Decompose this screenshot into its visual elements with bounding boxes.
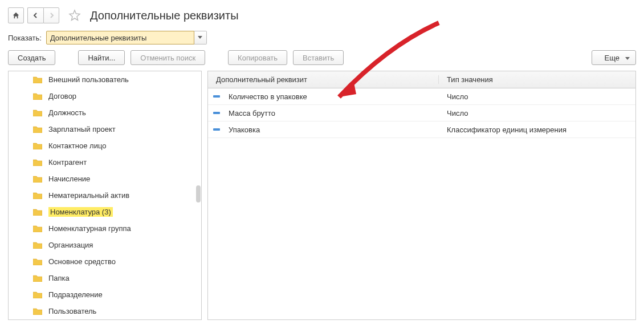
folder-icon xyxy=(32,92,43,100)
paste-button[interactable]: Вставить xyxy=(293,50,344,65)
home-button[interactable] xyxy=(8,7,24,23)
filter-label: Показать: xyxy=(8,34,42,42)
more-button[interactable]: Еще xyxy=(592,50,636,65)
attribute-icon xyxy=(208,95,225,98)
svg-rect-0 xyxy=(213,95,220,98)
row-type: Число xyxy=(439,109,635,118)
column-header-type[interactable]: Тип значения xyxy=(439,75,635,84)
page-title: Дополнительные реквизиты xyxy=(90,9,239,22)
star-icon xyxy=(68,9,81,22)
tree-item[interactable]: Папка xyxy=(9,270,201,286)
more-button-label: Еще xyxy=(605,54,619,62)
folder-icon xyxy=(32,274,43,282)
chevron-down-icon xyxy=(625,54,630,62)
folder-icon xyxy=(32,109,43,116)
chevron-down-icon xyxy=(198,36,202,39)
folder-icon xyxy=(32,76,43,83)
tree-item[interactable]: Номенклатурная группа xyxy=(9,220,201,237)
tree-item[interactable]: Начисление xyxy=(9,171,201,187)
row-name: Количество в упаковке xyxy=(225,92,439,101)
tree-item-label: Подразделение xyxy=(48,290,103,299)
tree-item[interactable]: Пользователь xyxy=(9,303,201,319)
tree-item-label: Договор xyxy=(48,92,76,100)
tree-item[interactable]: Внешний пользователь xyxy=(9,71,201,88)
row-type: Число xyxy=(439,92,635,101)
folder-icon xyxy=(32,258,43,265)
folder-icon xyxy=(32,125,43,133)
row-type: Классификатор единиц измерения xyxy=(439,125,635,134)
back-button[interactable] xyxy=(27,7,43,23)
folder-icon xyxy=(32,291,43,298)
arrow-left-icon xyxy=(32,12,39,19)
folder-icon xyxy=(32,307,43,315)
tree-item[interactable]: Зарплатный проект xyxy=(9,121,201,137)
svg-rect-2 xyxy=(213,128,220,131)
tree-panel[interactable]: Внешний пользовательДоговорДолжностьЗарп… xyxy=(8,71,202,320)
copy-button[interactable]: Копировать xyxy=(228,50,287,65)
find-button[interactable]: Найти... xyxy=(78,50,125,65)
tree-item[interactable]: Контактное лицо xyxy=(9,137,201,154)
tree-item[interactable]: Организация xyxy=(9,237,201,253)
tree-item-label: Зарплатный проект xyxy=(48,125,116,133)
table-panel: Дополнительный реквизит Тип значения Кол… xyxy=(207,71,636,320)
row-name: Масса брутто xyxy=(225,109,439,118)
tree-item-label: Должность xyxy=(48,108,86,117)
tree-item-label: Внешний пользователь xyxy=(48,75,129,84)
table-row[interactable]: Масса бруттоЧисло xyxy=(208,105,635,122)
tree-item[interactable]: Контрагент xyxy=(9,154,201,171)
table-row[interactable]: Количество в упаковкеЧисло xyxy=(208,88,635,105)
folder-icon xyxy=(32,142,43,149)
tree-item-label: Номенклатура (3) xyxy=(48,207,113,217)
filter-dropdown-field[interactable]: Дополнительные реквизиты xyxy=(46,31,194,44)
favorite-button[interactable] xyxy=(65,6,84,25)
attribute-icon xyxy=(208,128,225,131)
folder-icon xyxy=(32,208,43,216)
tree-item[interactable]: Основное средство xyxy=(9,253,201,270)
tree-item[interactable]: Должность xyxy=(9,104,201,121)
folder-icon xyxy=(32,225,43,232)
tree-item-label: Пользователь xyxy=(48,307,96,315)
tree-item[interactable]: Нематериальный актив xyxy=(9,187,201,204)
tree-item[interactable]: Номенклатура (3) xyxy=(9,204,201,220)
folder-icon xyxy=(32,192,43,199)
tree-item-label: Нематериальный актив xyxy=(48,191,129,200)
folder-icon xyxy=(32,241,43,249)
home-icon xyxy=(12,11,20,19)
tree-item-label: Контактное лицо xyxy=(48,141,106,150)
svg-rect-1 xyxy=(213,112,220,114)
table-row[interactable]: УпаковкаКлассификатор единиц измерения xyxy=(208,122,635,138)
tree-item-label: Папка xyxy=(48,274,70,282)
cancel-search-button[interactable]: Отменить поиск xyxy=(131,50,205,65)
create-button[interactable]: Создать xyxy=(8,50,55,65)
row-name: Упаковка xyxy=(225,125,439,134)
folder-icon xyxy=(32,175,43,183)
tree-item-label: Основное средство xyxy=(48,257,116,266)
column-header-attr[interactable]: Дополнительный реквизит xyxy=(208,75,439,84)
tree-item-label: Контрагент xyxy=(48,158,87,167)
forward-button[interactable] xyxy=(43,7,59,23)
table-header: Дополнительный реквизит Тип значения xyxy=(208,71,635,88)
folder-icon xyxy=(32,159,43,166)
arrow-right-icon xyxy=(48,12,55,19)
tree-item-label: Номенклатурная группа xyxy=(48,224,131,233)
tree-item-label: Организация xyxy=(48,241,93,249)
tree-item-label: Начисление xyxy=(48,175,90,183)
attribute-icon xyxy=(208,112,225,114)
tree-item[interactable]: Договор xyxy=(9,88,201,104)
tree-item[interactable]: Подразделение xyxy=(9,286,201,303)
filter-dropdown-button[interactable] xyxy=(194,31,207,44)
